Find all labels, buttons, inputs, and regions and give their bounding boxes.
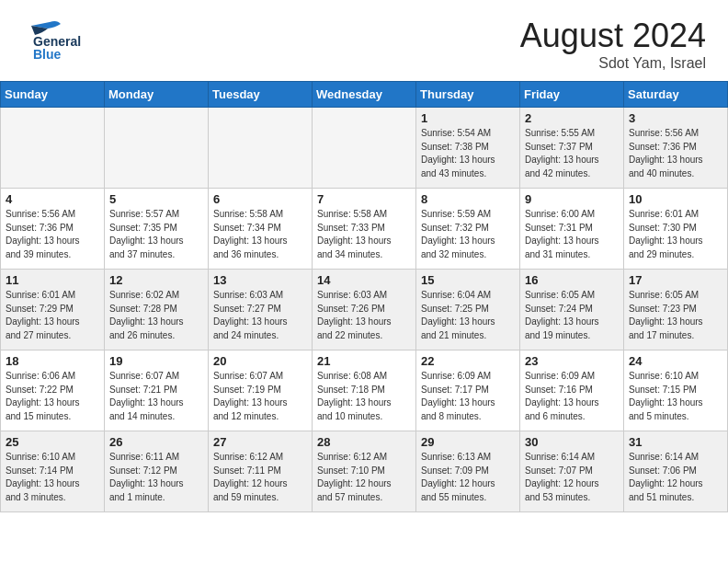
- day-number: 17: [629, 273, 722, 287]
- calendar-day-cell: 10Sunrise: 6:01 AMSunset: 7:30 PMDayligh…: [624, 189, 728, 270]
- calendar-day-cell: [1, 108, 105, 189]
- weekday-header: Friday: [520, 82, 624, 108]
- calendar-day-cell: 18Sunrise: 6:06 AMSunset: 7:22 PMDayligh…: [1, 350, 105, 431]
- logo: General Blue: [22, 17, 123, 61]
- day-info: Sunrise: 6:12 AMSunset: 7:10 PMDaylight:…: [317, 451, 411, 504]
- day-number: 27: [213, 435, 307, 449]
- day-info: Sunrise: 5:55 AMSunset: 7:37 PMDaylight:…: [525, 127, 619, 180]
- day-number: 30: [525, 435, 619, 449]
- day-number: 2: [525, 111, 619, 125]
- calendar-table: SundayMondayTuesdayWednesdayThursdayFrid…: [0, 81, 728, 512]
- calendar-day-cell: 25Sunrise: 6:10 AMSunset: 7:14 PMDayligh…: [1, 431, 105, 512]
- day-info: Sunrise: 6:03 AMSunset: 7:27 PMDaylight:…: [213, 289, 307, 342]
- month-title: August 2024: [520, 17, 706, 55]
- day-info: Sunrise: 6:10 AMSunset: 7:15 PMDaylight:…: [629, 370, 722, 423]
- day-info: Sunrise: 6:04 AMSunset: 7:25 PMDaylight:…: [421, 289, 515, 342]
- calendar-day-cell: 9Sunrise: 6:00 AMSunset: 7:31 PMDaylight…: [520, 189, 624, 270]
- day-info: Sunrise: 5:54 AMSunset: 7:38 PMDaylight:…: [421, 127, 515, 180]
- day-info: Sunrise: 5:56 AMSunset: 7:36 PMDaylight:…: [6, 208, 99, 261]
- generalblue-logo: General Blue: [22, 17, 123, 61]
- calendar-day-cell: 19Sunrise: 6:07 AMSunset: 7:21 PMDayligh…: [105, 350, 209, 431]
- weekday-header-row: SundayMondayTuesdayWednesdayThursdayFrid…: [1, 82, 728, 108]
- day-info: Sunrise: 6:12 AMSunset: 7:11 PMDaylight:…: [213, 451, 307, 504]
- calendar-day-cell: 29Sunrise: 6:13 AMSunset: 7:09 PMDayligh…: [416, 431, 520, 512]
- day-info: Sunrise: 6:05 AMSunset: 7:24 PMDaylight:…: [525, 289, 619, 342]
- day-number: 29: [421, 435, 515, 449]
- calendar-day-cell: 21Sunrise: 6:08 AMSunset: 7:18 PMDayligh…: [313, 350, 416, 431]
- calendar-day-cell: 30Sunrise: 6:14 AMSunset: 7:07 PMDayligh…: [520, 431, 624, 512]
- svg-text:Blue: Blue: [33, 47, 62, 61]
- day-number: 25: [6, 435, 99, 449]
- day-number: 19: [109, 354, 203, 368]
- calendar-day-cell: 26Sunrise: 6:11 AMSunset: 7:12 PMDayligh…: [105, 431, 209, 512]
- calendar-day-cell: 6Sunrise: 5:58 AMSunset: 7:34 PMDaylight…: [209, 189, 313, 270]
- calendar-day-cell: 2Sunrise: 5:55 AMSunset: 7:37 PMDaylight…: [520, 108, 624, 189]
- day-number: 1: [421, 111, 515, 125]
- calendar-day-cell: 27Sunrise: 6:12 AMSunset: 7:11 PMDayligh…: [209, 431, 313, 512]
- day-info: Sunrise: 6:01 AMSunset: 7:30 PMDaylight:…: [629, 208, 722, 261]
- calendar-day-cell: [209, 108, 313, 189]
- calendar-week-row: 1Sunrise: 5:54 AMSunset: 7:38 PMDaylight…: [1, 108, 728, 189]
- day-number: 6: [213, 192, 307, 206]
- day-info: Sunrise: 6:13 AMSunset: 7:09 PMDaylight:…: [421, 451, 515, 504]
- location: Sdot Yam, Israel: [520, 55, 706, 72]
- calendar-day-cell: 5Sunrise: 5:57 AMSunset: 7:35 PMDaylight…: [105, 189, 209, 270]
- calendar-week-row: 18Sunrise: 6:06 AMSunset: 7:22 PMDayligh…: [1, 350, 728, 431]
- day-info: Sunrise: 6:09 AMSunset: 7:16 PMDaylight:…: [525, 370, 619, 423]
- calendar-day-cell: 13Sunrise: 6:03 AMSunset: 7:27 PMDayligh…: [209, 270, 313, 350]
- day-number: 12: [109, 273, 203, 287]
- calendar-day-cell: 1Sunrise: 5:54 AMSunset: 7:38 PMDaylight…: [416, 108, 520, 189]
- calendar-day-cell: 14Sunrise: 6:03 AMSunset: 7:26 PMDayligh…: [313, 270, 416, 350]
- calendar-day-cell: 12Sunrise: 6:02 AMSunset: 7:28 PMDayligh…: [105, 270, 209, 350]
- day-number: 16: [525, 273, 619, 287]
- calendar-day-cell: 17Sunrise: 6:05 AMSunset: 7:23 PMDayligh…: [624, 270, 728, 350]
- calendar-day-cell: 22Sunrise: 6:09 AMSunset: 7:17 PMDayligh…: [416, 350, 520, 431]
- day-info: Sunrise: 6:14 AMSunset: 7:07 PMDaylight:…: [525, 451, 619, 504]
- calendar-day-cell: 15Sunrise: 6:04 AMSunset: 7:25 PMDayligh…: [416, 270, 520, 350]
- day-info: Sunrise: 5:58 AMSunset: 7:34 PMDaylight:…: [213, 208, 307, 261]
- day-number: 3: [629, 111, 722, 125]
- day-info: Sunrise: 6:03 AMSunset: 7:26 PMDaylight:…: [317, 289, 411, 342]
- day-info: Sunrise: 5:59 AMSunset: 7:32 PMDaylight:…: [421, 208, 515, 261]
- weekday-header: Thursday: [416, 82, 520, 108]
- day-info: Sunrise: 6:08 AMSunset: 7:18 PMDaylight:…: [317, 370, 411, 423]
- day-number: 10: [629, 192, 722, 206]
- day-info: Sunrise: 6:09 AMSunset: 7:17 PMDaylight:…: [421, 370, 515, 423]
- day-number: 21: [317, 354, 411, 368]
- day-number: 8: [421, 192, 515, 206]
- day-info: Sunrise: 6:01 AMSunset: 7:29 PMDaylight:…: [6, 289, 99, 342]
- weekday-header: Wednesday: [313, 82, 416, 108]
- day-number: 14: [317, 273, 411, 287]
- day-number: 4: [6, 192, 99, 206]
- day-number: 31: [629, 435, 722, 449]
- day-number: 20: [213, 354, 307, 368]
- day-number: 7: [317, 192, 411, 206]
- day-number: 13: [213, 273, 307, 287]
- day-number: 9: [525, 192, 619, 206]
- day-info: Sunrise: 6:14 AMSunset: 7:06 PMDaylight:…: [629, 451, 722, 504]
- calendar-day-cell: 24Sunrise: 6:10 AMSunset: 7:15 PMDayligh…: [624, 350, 728, 431]
- calendar-day-cell: 3Sunrise: 5:56 AMSunset: 7:36 PMDaylight…: [624, 108, 728, 189]
- day-info: Sunrise: 6:07 AMSunset: 7:19 PMDaylight:…: [213, 370, 307, 423]
- day-number: 28: [317, 435, 411, 449]
- day-info: Sunrise: 6:07 AMSunset: 7:21 PMDaylight:…: [109, 370, 203, 423]
- day-info: Sunrise: 6:11 AMSunset: 7:12 PMDaylight:…: [109, 451, 203, 504]
- day-number: 26: [109, 435, 203, 449]
- calendar-week-row: 25Sunrise: 6:10 AMSunset: 7:14 PMDayligh…: [1, 431, 728, 512]
- calendar-day-cell: 16Sunrise: 6:05 AMSunset: 7:24 PMDayligh…: [520, 270, 624, 350]
- calendar-day-cell: 23Sunrise: 6:09 AMSunset: 7:16 PMDayligh…: [520, 350, 624, 431]
- calendar-day-cell: 4Sunrise: 5:56 AMSunset: 7:36 PMDaylight…: [1, 189, 105, 270]
- day-number: 5: [109, 192, 203, 206]
- day-info: Sunrise: 5:56 AMSunset: 7:36 PMDaylight:…: [629, 127, 722, 180]
- calendar-day-cell: 11Sunrise: 6:01 AMSunset: 7:29 PMDayligh…: [1, 270, 105, 350]
- weekday-header: Monday: [105, 82, 209, 108]
- calendar-day-cell: 31Sunrise: 6:14 AMSunset: 7:06 PMDayligh…: [624, 431, 728, 512]
- day-info: Sunrise: 6:05 AMSunset: 7:23 PMDaylight:…: [629, 289, 722, 342]
- day-number: 24: [629, 354, 722, 368]
- weekday-header: Saturday: [624, 82, 728, 108]
- calendar-day-cell: 8Sunrise: 5:59 AMSunset: 7:32 PMDaylight…: [416, 189, 520, 270]
- day-info: Sunrise: 6:02 AMSunset: 7:28 PMDaylight:…: [109, 289, 203, 342]
- title-block: August 2024 Sdot Yam, Israel: [520, 17, 706, 72]
- calendar-day-cell: 28Sunrise: 6:12 AMSunset: 7:10 PMDayligh…: [313, 431, 416, 512]
- calendar-day-cell: 20Sunrise: 6:07 AMSunset: 7:19 PMDayligh…: [209, 350, 313, 431]
